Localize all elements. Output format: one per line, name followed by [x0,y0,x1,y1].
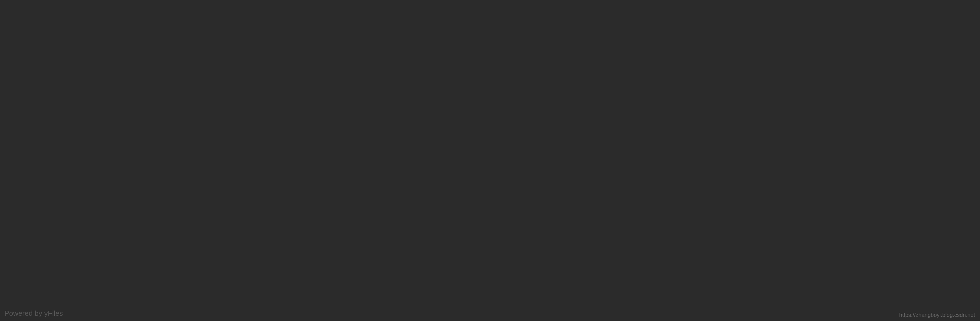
edge-annotation [869,136,980,321]
watermark-url: https://zhangboyi.blog.csdn.net [899,312,975,318]
watermark-yfiles: Powered by yFiles [5,309,63,318]
uml-diagram-canvas[interactable]: I AutoCloseable @ Evolving I Closeable @… [0,0,980,321]
edge-layer [0,0,980,321]
